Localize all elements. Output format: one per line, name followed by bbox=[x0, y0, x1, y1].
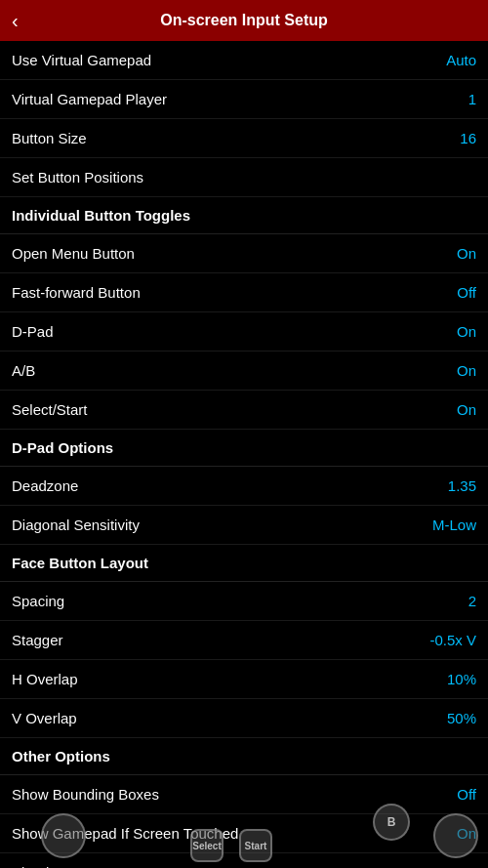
row-value-show-bounding-boxes: Off bbox=[457, 786, 476, 803]
row-value-select-start: On bbox=[457, 401, 476, 418]
row-label-open-menu-button: Open Menu Button bbox=[12, 245, 135, 262]
row-face-button-layout: Face Button Layout bbox=[0, 545, 488, 582]
row-value-blend-amount: 50% bbox=[447, 864, 476, 868]
row-label-fast-forward-button: Fast-forward Button bbox=[12, 284, 141, 301]
row-deadzone[interactable]: Deadzone1.35 bbox=[0, 467, 488, 506]
row-d-pad-options: D-Pad Options bbox=[0, 430, 488, 467]
row-label-spacing: Spacing bbox=[12, 593, 64, 609]
row-label-show-bounding-boxes: Show Bounding Boxes bbox=[12, 786, 159, 803]
row-label-show-gamepad-if-screen-touched: Show Gamepad If Screen Touched bbox=[12, 825, 238, 842]
row-virtual-gamepad-player[interactable]: Virtual Gamepad Player1 bbox=[0, 80, 488, 119]
row-label-blend-amount: Blend Amount bbox=[12, 864, 102, 868]
row-label-other-options: Other Options bbox=[12, 748, 110, 765]
row-d-pad[interactable]: D-PadOn bbox=[0, 312, 488, 351]
row-blend-amount[interactable]: Blend Amount50% bbox=[0, 853, 488, 868]
row-individual-button-toggles: Individual Button Toggles bbox=[0, 197, 488, 234]
row-show-gamepad-if-screen-touched[interactable]: Show Gamepad If Screen TouchedOn bbox=[0, 814, 488, 853]
row-label-stagger: Stagger bbox=[12, 632, 63, 648]
back-button[interactable]: ‹ bbox=[12, 10, 19, 32]
row-select-start[interactable]: Select/StartOn bbox=[0, 391, 488, 430]
row-label-button-size: Button Size bbox=[12, 130, 87, 146]
row-value-d-pad: On bbox=[457, 323, 476, 340]
row-label-individual-button-toggles: Individual Button Toggles bbox=[12, 207, 190, 224]
row-label-deadzone: Deadzone bbox=[12, 477, 78, 494]
row-value-spacing: 2 bbox=[468, 593, 476, 609]
row-stagger[interactable]: Stagger-0.5x V bbox=[0, 621, 488, 660]
row-label-a-b: A/B bbox=[12, 362, 35, 379]
page-title: On-screen Input Setup bbox=[0, 12, 488, 29]
row-label-diagonal-sensitivity: Diagonal Sensitivity bbox=[12, 517, 140, 533]
row-value-fast-forward-button: Off bbox=[457, 284, 476, 301]
row-value-show-gamepad-if-screen-touched: On bbox=[457, 825, 476, 842]
row-label-d-pad-options: D-Pad Options bbox=[12, 439, 113, 456]
row-value-h-overlap: 10% bbox=[447, 671, 476, 687]
row-v-overlap[interactable]: V Overlap50% bbox=[0, 699, 488, 738]
row-h-overlap[interactable]: H Overlap10% bbox=[0, 660, 488, 699]
row-value-use-virtual-gamepad: Auto bbox=[446, 52, 476, 68]
row-value-button-size: 16 bbox=[460, 130, 476, 146]
row-label-set-button-positions: Set Button Positions bbox=[12, 169, 143, 186]
row-spacing[interactable]: Spacing2 bbox=[0, 582, 488, 621]
row-show-bounding-boxes[interactable]: Show Bounding BoxesOff bbox=[0, 775, 488, 814]
row-label-use-virtual-gamepad: Use Virtual Gamepad bbox=[12, 52, 151, 68]
row-set-button-positions[interactable]: Set Button Positions bbox=[0, 158, 488, 197]
row-label-select-start: Select/Start bbox=[12, 401, 88, 418]
row-button-size[interactable]: Button Size16 bbox=[0, 119, 488, 158]
row-label-h-overlap: H Overlap bbox=[12, 671, 78, 687]
row-value-stagger: -0.5x V bbox=[429, 632, 476, 648]
row-label-face-button-layout: Face Button Layout bbox=[12, 555, 148, 571]
row-value-v-overlap: 50% bbox=[447, 710, 476, 726]
row-use-virtual-gamepad[interactable]: Use Virtual GamepadAuto bbox=[0, 41, 488, 80]
row-value-open-menu-button: On bbox=[457, 245, 476, 262]
row-label-d-pad: D-Pad bbox=[12, 323, 54, 340]
row-value-a-b: On bbox=[457, 362, 476, 379]
row-label-virtual-gamepad-player: Virtual Gamepad Player bbox=[12, 91, 167, 107]
row-other-options: Other Options bbox=[0, 738, 488, 775]
settings-list: Use Virtual GamepadAutoVirtual Gamepad P… bbox=[0, 41, 488, 868]
header: ‹ On-screen Input Setup bbox=[0, 0, 488, 41]
row-value-diagonal-sensitivity: M-Low bbox=[432, 517, 476, 533]
row-open-menu-button[interactable]: Open Menu ButtonOn bbox=[0, 234, 488, 273]
row-diagonal-sensitivity[interactable]: Diagonal SensitivityM-Low bbox=[0, 506, 488, 545]
row-a-b[interactable]: A/BOn bbox=[0, 351, 488, 391]
row-value-deadzone: 1.35 bbox=[448, 477, 476, 494]
row-fast-forward-button[interactable]: Fast-forward ButtonOff bbox=[0, 273, 488, 312]
row-label-v-overlap: V Overlap bbox=[12, 710, 77, 726]
row-value-virtual-gamepad-player: 1 bbox=[468, 91, 476, 107]
